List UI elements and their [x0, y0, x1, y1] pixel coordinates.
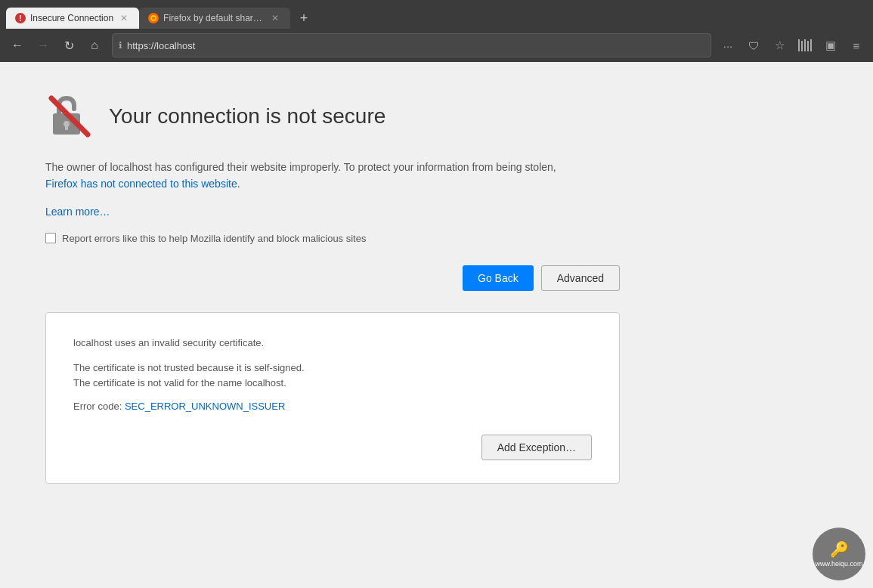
tab1-close[interactable]: ✕ — [118, 12, 130, 24]
svg-rect-6 — [801, 41, 803, 51]
menu-button[interactable]: ≡ — [846, 35, 867, 56]
url-text: https://localhost — [127, 40, 704, 51]
svg-rect-12 — [65, 125, 68, 130]
firefox-tab-icon — [148, 13, 159, 23]
cert-error-line23: The certificate is not trusted because i… — [73, 361, 592, 390]
shield-button[interactable]: 🛡 — [743, 35, 764, 56]
cert-line3: The certificate is not valid for the nam… — [73, 377, 286, 388]
library-button[interactable] — [794, 35, 816, 56]
report-row: Report errors like this to help Mozilla … — [45, 233, 828, 244]
add-exception-button[interactable]: Add Exception… — [481, 435, 592, 460]
error-code-link[interactable]: SEC_ERROR_UNKNOWN_ISSUER — [125, 401, 285, 412]
cert-error-line1: localhost uses an invalid security certi… — [73, 336, 592, 351]
svg-rect-5 — [798, 39, 800, 51]
error-code-row: Error code: SEC_ERROR_UNKNOWN_ISSUER — [73, 401, 592, 412]
address-bar[interactable]: ℹ https://localhost — [112, 33, 711, 57]
cert-line2: The certificate is not trusted because i… — [73, 362, 305, 373]
error-code-label: Error code: — [73, 401, 122, 412]
svg-rect-8 — [807, 41, 809, 51]
lock-broken-icon — [45, 92, 94, 141]
tab2-close[interactable]: ✕ — [269, 12, 281, 24]
reload-button[interactable]: ↻ — [57, 34, 80, 57]
advanced-button[interactable]: Advanced — [541, 265, 620, 291]
forward-button[interactable]: → — [32, 34, 54, 57]
page-content: Your connection is not secure The owner … — [0, 62, 873, 588]
button-row: Go Back Advanced — [45, 265, 620, 291]
svg-rect-9 — [810, 39, 812, 51]
nav-actions: ··· 🛡 ☆ ▣ ≡ — [717, 35, 867, 56]
learn-more-link[interactable]: Learn more… — [45, 206, 110, 218]
new-tab-button[interactable]: + — [293, 8, 314, 29]
lock-icon: ℹ — [119, 40, 122, 51]
tab-bar: ! Insecure Connection ✕ Firefox by defau… — [0, 0, 873, 29]
svg-text:!: ! — [19, 14, 21, 23]
advanced-panel: localhost uses an invalid security certi… — [45, 312, 620, 484]
error-tab-icon: ! — [15, 13, 26, 23]
svg-point-4 — [152, 17, 155, 20]
nav-bar: ← → ↻ ⌂ ℹ https://localhost ··· 🛡 ☆ ▣ ≡ — [0, 29, 873, 62]
page-title: Your connection is not secure — [109, 104, 385, 128]
go-back-button[interactable]: Go Back — [463, 265, 534, 291]
watermark: 🔑 www.heiqu.com — [813, 528, 865, 580]
error-description: The owner of localhost has configured th… — [45, 159, 620, 193]
home-button[interactable]: ⌂ — [83, 34, 106, 57]
tab-insecure-connection[interactable]: ! Insecure Connection ✕ — [6, 8, 139, 29]
sidebar-button[interactable]: ▣ — [820, 35, 841, 56]
not-connected-link[interactable]: Firefox has not connected to this websit… — [45, 178, 240, 190]
more-button[interactable]: ··· — [717, 35, 738, 56]
browser-chrome: ! Insecure Connection ✕ Firefox by defau… — [0, 0, 873, 62]
tab-firefox-default[interactable]: Firefox by default share... ✕ — [139, 8, 290, 29]
tab2-label: Firefox by default share... — [163, 13, 265, 23]
bookmark-button[interactable]: ☆ — [769, 35, 790, 56]
report-checkbox[interactable] — [45, 233, 56, 243]
tab1-label: Insecure Connection — [30, 13, 113, 23]
error-header: Your connection is not secure — [45, 92, 828, 141]
svg-rect-7 — [804, 39, 806, 51]
add-exception-row: Add Exception… — [73, 435, 592, 460]
report-label: Report errors like this to help Mozilla … — [62, 233, 366, 244]
back-button[interactable]: ← — [6, 34, 29, 57]
